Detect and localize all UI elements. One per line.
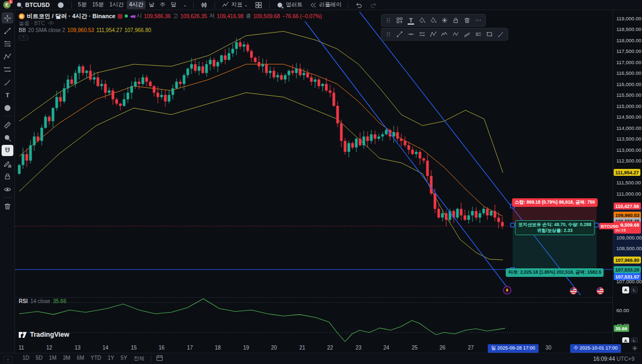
candle[interactable]	[146, 78, 148, 82]
candle[interactable]	[351, 143, 354, 148]
candle[interactable]	[183, 75, 186, 84]
candle[interactable]	[490, 211, 493, 215]
range-5D[interactable]: 5D	[34, 354, 45, 363]
zoom-in-tool[interactable]	[2, 132, 13, 143]
candle[interactable]	[381, 134, 384, 136]
candle[interactable]	[138, 82, 141, 84]
rectangle-button[interactable]	[484, 29, 495, 40]
lightning-signal-icon[interactable]	[503, 286, 512, 297]
xabcd-button[interactable]	[428, 29, 439, 40]
candle[interactable]	[29, 145, 32, 161]
candle[interactable]	[292, 71, 294, 73]
candle[interactable]	[213, 60, 216, 66]
candle[interactable]	[41, 128, 43, 141]
rsi-legend[interactable]: RSI 14 close 35.66	[19, 298, 66, 304]
candle[interactable]	[393, 132, 395, 136]
timeframe-날[interactable]: 날	[147, 1, 157, 9]
candle[interactable]	[273, 71, 276, 77]
trend-channel-button[interactable]	[462, 29, 472, 40]
candle[interactable]	[220, 56, 223, 62]
candle[interactable]	[149, 82, 152, 86]
candle[interactable]	[445, 213, 448, 220]
candle[interactable]	[254, 58, 257, 62]
candle[interactable]	[250, 51, 253, 58]
candle[interactable]	[22, 154, 25, 165]
candle[interactable]	[127, 92, 129, 99]
candle[interactable]	[426, 161, 429, 176]
candle[interactable]	[333, 92, 335, 106]
replay-button[interactable]: 리플레이	[307, 1, 343, 10]
tradingview-logo[interactable]: TradingView	[18, 331, 69, 338]
candle[interactable]	[142, 78, 144, 84]
candle[interactable]	[262, 64, 264, 66]
candle[interactable]	[400, 139, 403, 141]
hide-drawings-tool[interactable]	[2, 183, 13, 195]
candle[interactable]	[269, 71, 272, 73]
fill-color-button[interactable]	[417, 15, 427, 26]
candle[interactable]	[172, 88, 174, 95]
timeframe-4시간[interactable]: 4시간	[127, 1, 146, 9]
symbol-search-button[interactable]: BTCUSD	[13, 1, 52, 10]
candle[interactable]	[198, 66, 201, 71]
candle[interactable]	[363, 136, 365, 145]
candle[interactable]	[318, 80, 320, 86]
price-axis[interactable]: 119,000.00118,500.00118,000.00117,500.00…	[613, 10, 642, 343]
layout-grid-button[interactable]	[253, 1, 265, 10]
symbol-title[interactable]: 비트코인 / 달러 · 4시간 · Binance	[27, 12, 116, 20]
rsi-line[interactable]	[19, 299, 505, 342]
candle[interactable]	[419, 152, 422, 158]
legend-collapse-button[interactable]: ⌃	[19, 35, 28, 41]
auto-scale-button[interactable]: A	[622, 286, 629, 293]
drag-handle[interactable]	[383, 29, 394, 40]
xabcd-pattern-tool[interactable]	[2, 51, 13, 62]
candle[interactable]	[322, 84, 324, 86]
candle[interactable]	[239, 42, 242, 47]
candle[interactable]	[456, 209, 459, 218]
candle[interactable]	[37, 136, 40, 141]
emoji-tool[interactable]	[2, 102, 13, 113]
candle[interactable]	[310, 78, 313, 82]
candle[interactable]	[232, 49, 234, 53]
trend-line-drawing[interactable]	[305, 21, 509, 290]
range-3M[interactable]: 3M	[61, 354, 73, 363]
drag-handle[interactable]	[383, 15, 394, 26]
candle[interactable]	[344, 141, 347, 152]
stroke-color-button[interactable]	[428, 15, 439, 26]
candle[interactable]	[299, 68, 302, 75]
candle[interactable]	[258, 62, 261, 66]
candle[interactable]	[48, 117, 51, 121]
candle[interactable]	[131, 86, 133, 92]
redo-button[interactable]	[368, 1, 380, 10]
delete-button[interactable]	[462, 15, 472, 26]
candle[interactable]	[59, 97, 62, 102]
lock-drawings-tool[interactable]	[2, 171, 13, 182]
remove-objects-tool[interactable]	[2, 200, 13, 212]
candle[interactable]	[175, 82, 178, 88]
brush-button[interactable]	[495, 29, 506, 40]
crosshair-tool[interactable]	[2, 12, 13, 24]
trend-line-button[interactable]	[394, 29, 405, 40]
candle[interactable]	[101, 84, 103, 86]
candlestick-chart[interactable]	[15, 10, 613, 343]
candle[interactable]	[329, 90, 332, 92]
lock-button[interactable]	[450, 15, 461, 26]
candle[interactable]	[78, 66, 81, 73]
candle[interactable]	[486, 209, 489, 215]
candle[interactable]	[314, 80, 317, 82]
candle[interactable]	[104, 84, 107, 92]
candle[interactable]	[265, 64, 268, 73]
candle[interactable]	[359, 139, 362, 145]
candle[interactable]	[284, 75, 287, 80]
candle[interactable]	[438, 209, 440, 218]
candle[interactable]	[366, 136, 369, 141]
position-handle[interactable]	[595, 223, 599, 227]
position-info-label[interactable]: 포지션보유 손익: 48.70, 수량: 0.288 위험/보상률: 2.33	[515, 220, 595, 235]
parallel-channel-button[interactable]	[417, 29, 427, 40]
candle[interactable]	[26, 154, 28, 160]
candle[interactable]	[190, 64, 193, 68]
candle[interactable]	[295, 68, 298, 73]
candle[interactable]	[378, 136, 380, 138]
candle[interactable]	[209, 60, 212, 64]
candle[interactable]	[494, 211, 496, 218]
magnet-tool[interactable]	[2, 145, 13, 156]
